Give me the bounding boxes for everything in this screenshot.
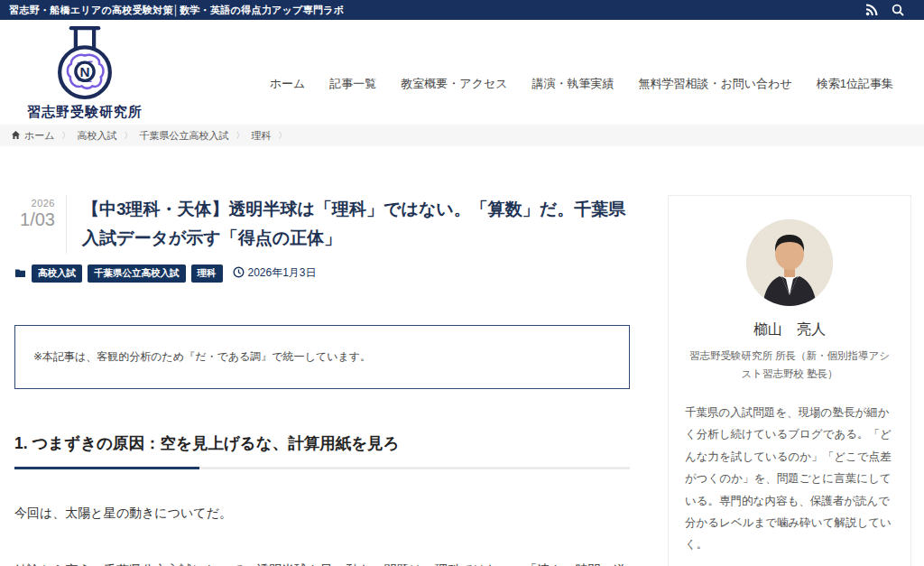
article-paragraph: 今回は、太陽と星の動きについてだ。 (14, 499, 630, 526)
profile-card: 櫛山 亮人 習志野受験研究所 所長（新・個別指導アシスト習志野校 塾長） 千葉県… (668, 195, 911, 566)
site-tagline: 習志野・船橋エリアの高校受験対策│数学・英語の得点力アップ専門ラボ (9, 4, 344, 17)
article-date-block: 2026 1/03 (14, 195, 67, 254)
rss-icon[interactable] (865, 4, 878, 16)
breadcrumb-separator: 〉 (236, 130, 245, 142)
tag-rika[interactable]: 理科 (191, 264, 223, 283)
topbar-icons (865, 4, 915, 16)
article-paragraph: 結論から言う。千葉県公立入試において、透明半球や星の動きの問題は、理科ではない。… (14, 556, 630, 566)
nav-classroom-access[interactable]: 教室概要・アクセス (401, 76, 507, 92)
nav-top-articles[interactable]: 検索1位記事集 (817, 76, 893, 92)
notice-text: ※本記事は、客観的分析のため『だ・である調』で統一しています。 (33, 350, 371, 363)
profile-bio: 千葉県の入試問題を、現場の塾長が細かく分析し続けているブログである。「どんな力を… (685, 402, 894, 556)
article-notice-box: ※本記事は、客観的分析のため『だ・である調』で統一しています。 (14, 325, 630, 389)
svg-text:N: N (80, 64, 90, 79)
breadcrumb-chiba-kouritsu[interactable]: 千葉県公立高校入試 (140, 129, 229, 143)
profile-role: 習志野受験研究所 所長（新・個別指導アシスト習志野校 塾長） (685, 348, 894, 383)
breadcrumb-separator: 〉 (62, 130, 70, 142)
article-meta-row: 高校入試 千葉県公立高校入試 理科 2026年1月3日 (14, 264, 630, 283)
breadcrumb: ホーム 〉 高校入試 〉 千葉県公立高校入試 〉 理科 〉 (0, 125, 924, 146)
folder-icon (14, 265, 26, 282)
topbar: 習志野・船橋エリアの高校受験対策│数学・英語の得点力アップ専門ラボ (0, 0, 924, 20)
breadcrumb-separator: 〉 (125, 130, 133, 142)
tag-koukou-nyuushi[interactable]: 高校入試 (32, 264, 82, 283)
article-main: 2026 1/03 【中3理科・天体】透明半球は「理科」ではない。「算数」だ。千… (14, 195, 630, 566)
nav-articles[interactable]: 記事一覧 (329, 76, 376, 92)
nav-contact[interactable]: 無料学習相談・お問い合わせ (639, 76, 792, 92)
flask-brain-logo-icon: N (23, 24, 146, 102)
nav-lectures[interactable]: 講演・執筆実績 (532, 76, 614, 92)
profile-avatar (746, 219, 833, 306)
breadcrumb-rika[interactable]: 理科 (252, 129, 272, 143)
site-name: 習志野受験研究所 (23, 104, 146, 121)
section-heading-1: 1. つまずきの原因：空を見上げるな、計算用紙を見ろ (14, 432, 630, 469)
breadcrumb-koukou-nyuushi[interactable]: 高校入試 (78, 129, 117, 143)
site-logo[interactable]: N 習志野受験研究所 (23, 24, 146, 121)
published-date: 2026年1月3日 (233, 265, 317, 281)
clock-icon (233, 266, 245, 281)
content-area: 2026 1/03 【中3理科・天体】透明半球は「理科」ではない。「算数」だ。千… (0, 146, 924, 566)
search-icon[interactable] (892, 4, 904, 16)
article-title-row: 2026 1/03 【中3理科・天体】透明半球は「理科」ではない。「算数」だ。千… (14, 195, 630, 254)
tag-chiba-kouritsu[interactable]: 千葉県公立高校入試 (88, 264, 186, 283)
breadcrumb-home[interactable]: ホーム (11, 129, 55, 143)
profile-name: 櫛山 亮人 (685, 320, 894, 339)
main-nav: ホーム 記事一覧 教室概要・アクセス 講演・執筆実績 無料学習相談・お問い合わせ… (270, 76, 893, 92)
nav-home[interactable]: ホーム (270, 76, 306, 92)
site-header: N 習志野受験研究所 ホーム 記事一覧 教室概要・アクセス 講演・執筆実績 無料… (0, 20, 924, 125)
breadcrumb-separator: 〉 (279, 130, 287, 142)
article-date-year: 2026 (14, 198, 55, 209)
article-title: 【中3理科・天体】透明半球は「理科」ではない。「算数」だ。千葉県入試データが示す… (82, 195, 630, 254)
home-icon (11, 130, 21, 142)
article-date-day: 1/03 (14, 209, 55, 230)
